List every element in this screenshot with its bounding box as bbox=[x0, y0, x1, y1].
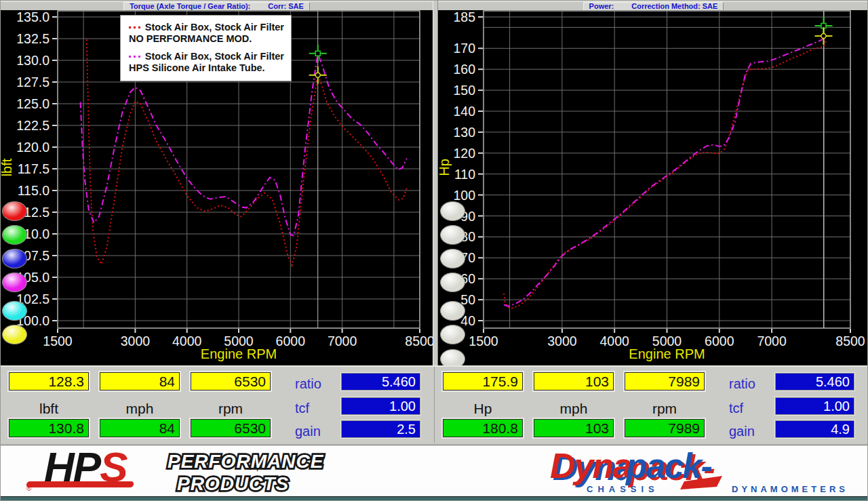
gray-curve-button-4[interactable] bbox=[440, 273, 465, 292]
stock-speed-value: 103 bbox=[534, 372, 614, 390]
curve-color-button-4[interactable] bbox=[2, 273, 27, 292]
y-tick-label: 170 bbox=[453, 41, 475, 56]
power-unit-label: Hp bbox=[443, 401, 523, 417]
x-tick-label: 8500 bbox=[835, 334, 865, 348]
chart-divider bbox=[433, 1, 438, 365]
gain-value: 2.5 bbox=[341, 420, 420, 438]
hps-performance-text: PERFORMANCE bbox=[167, 451, 324, 472]
legend-stock-line1: Stock Air Box, Stock Air Filter bbox=[145, 22, 284, 33]
curve-color-button-1[interactable] bbox=[2, 201, 27, 221]
y-tick-label: 185 bbox=[453, 10, 475, 24]
y-tick-label: 125.0 bbox=[16, 96, 50, 111]
tcf-value: 1.00 bbox=[775, 397, 854, 415]
x-tick-label: 4000 bbox=[172, 334, 202, 348]
torque-unit-label: lbft bbox=[9, 401, 89, 417]
ratio-value: 5.460 bbox=[341, 373, 420, 390]
y-axis-title: Hp bbox=[438, 159, 452, 176]
x-tick-label: 7000 bbox=[328, 334, 357, 348]
legend-hps-line2: HPS Silicone Air Intake Tube. bbox=[129, 62, 284, 74]
power-title-chip: Power: Correction Method: SAE bbox=[583, 2, 724, 11]
rpm-unit-label: rpm bbox=[625, 401, 705, 417]
stock-torque-value: 128.3 bbox=[9, 372, 89, 390]
y-tick-label: 115.0 bbox=[18, 183, 50, 198]
rpm-unit-label: rpm bbox=[191, 401, 271, 417]
x-axis-title: Engine RPM bbox=[629, 346, 705, 361]
gray-curve-button-2[interactable] bbox=[440, 225, 465, 245]
hps-rpm-value: 7989 bbox=[625, 419, 705, 437]
hps-run-curve bbox=[504, 34, 827, 306]
y-tick-label: 140 bbox=[453, 104, 475, 119]
torque-correction-label: Corr: SAE bbox=[268, 3, 304, 10]
x-tick-label: 4000 bbox=[600, 334, 630, 348]
curve-color-button-6[interactable] bbox=[2, 325, 27, 344]
x-tick-label: 6000 bbox=[276, 334, 306, 348]
gray-curve-button-3[interactable] bbox=[440, 249, 465, 268]
svg-text:HPS: HPS bbox=[44, 446, 127, 490]
dyno-software-window: Torque (Axle Torque / Gear Ratio): Corr:… bbox=[0, 0, 868, 501]
torque-titlebar: Torque (Axle Torque / Gear Ratio): Corr:… bbox=[1, 1, 433, 10]
torque-chart-panel: Torque (Axle Torque / Gear Ratio): Corr:… bbox=[1, 1, 433, 365]
y-tick-label: 130 bbox=[453, 125, 475, 140]
hps-speed-value: 103 bbox=[534, 419, 614, 437]
x-tick-label: 3000 bbox=[547, 334, 577, 348]
y-tick-label: 120 bbox=[453, 146, 475, 161]
stock-curve-swatch-icon bbox=[129, 26, 140, 28]
x-tick-label: 1500 bbox=[43, 334, 73, 348]
hps-hp-text: HP bbox=[44, 446, 102, 490]
power-chart: 1851701601501401301201101009080706050401… bbox=[438, 10, 868, 365]
stock-speed-value: 84 bbox=[100, 372, 180, 390]
ratio-label: ratio bbox=[729, 376, 771, 392]
marker-center-icon bbox=[821, 34, 826, 39]
marker-center-icon bbox=[315, 73, 320, 77]
stock-rpm-value: 6530 bbox=[191, 372, 271, 390]
stock-rpm-value: 7989 bbox=[625, 372, 705, 390]
hps-products-text: PRODUCTS bbox=[177, 473, 289, 494]
curve-color-button-5[interactable] bbox=[2, 301, 27, 321]
dynapack-chassis-text: CHASSIS bbox=[587, 484, 659, 494]
hps-power-value: 180.8 bbox=[443, 419, 523, 437]
tcf-label: tcf bbox=[295, 401, 337, 416]
tcf-value: 1.00 bbox=[341, 397, 420, 415]
speed-unit-label: mph bbox=[534, 401, 614, 417]
gray-curve-button-5[interactable] bbox=[440, 301, 465, 321]
legend-item-hps: Stock Air Box, Stock Air Filter HPS Sili… bbox=[129, 51, 284, 74]
torque-title-chip: Torque (Axle Torque / Gear Ratio): Corr:… bbox=[123, 2, 310, 11]
gray-curve-button-6[interactable] bbox=[440, 325, 465, 344]
hps-rpm-value: 6530 bbox=[191, 419, 271, 437]
y-tick-label: 110 bbox=[454, 167, 475, 182]
y-tick-label: 117.5 bbox=[18, 161, 50, 176]
hps-registered-mark: ® bbox=[26, 485, 32, 492]
speed-unit-label: mph bbox=[100, 401, 180, 417]
y-tick-label: 160 bbox=[453, 62, 475, 77]
bottom-teal-bar bbox=[1, 496, 868, 501]
hps-speed-value: 84 bbox=[100, 419, 180, 437]
dynapack-logo: Dyna pack- Dyna pack- CHASSIS DYNAMOMETE… bbox=[545, 446, 851, 496]
torque-readout-panel: 128.3 84 6530 lbft mph rpm 130.8 84 6530… bbox=[1, 367, 435, 444]
power-readout-panel: 175.9 103 7989 Hp mph rpm 180.8 103 7989… bbox=[435, 367, 868, 444]
x-tick-label: 6000 bbox=[705, 334, 734, 348]
y-tick-label: 130.0 bbox=[16, 53, 50, 68]
torque-chart-area: 135.0132.5130.0127.5125.0122.5120.0117.5… bbox=[1, 10, 433, 365]
power-chart-area: 1851701601501401301201101009080706050401… bbox=[438, 10, 868, 365]
gray-curve-button-1[interactable] bbox=[440, 201, 465, 221]
y-tick-label: 120.0 bbox=[16, 140, 50, 155]
hps-s-text: S bbox=[100, 446, 127, 490]
power-chart-panel: Power: Correction Method: SAE 1851701601… bbox=[438, 1, 868, 365]
power-titlebar: Power: Correction Method: SAE bbox=[438, 1, 868, 10]
curve-color-button-2[interactable] bbox=[2, 225, 27, 245]
x-tick-label: 1500 bbox=[469, 334, 498, 348]
hps-logo: HPS ® PERFORMANCE PRODUCTS bbox=[20, 446, 338, 496]
y-tick-label: 100 bbox=[453, 188, 475, 203]
logo-strip: HPS ® PERFORMANCE PRODUCTS Dyna pack- Dy… bbox=[1, 443, 868, 496]
tcf-label: tcf bbox=[729, 401, 771, 416]
curve-color-button-3[interactable] bbox=[2, 249, 27, 268]
y-tick-label: 132.5 bbox=[16, 31, 50, 46]
y-axis-title: lbft bbox=[1, 158, 14, 176]
x-tick-label: 8500 bbox=[405, 334, 433, 348]
gain-label: gain bbox=[295, 424, 337, 439]
chart-legend: Stock Air Box, Stock Air Filter NO PERFO… bbox=[120, 15, 292, 81]
marker-center-icon bbox=[315, 51, 320, 56]
x-axis-title: Engine RPM bbox=[201, 346, 277, 361]
y-tick-label: 135.0 bbox=[16, 10, 50, 24]
y-tick-label: 127.5 bbox=[16, 75, 50, 89]
